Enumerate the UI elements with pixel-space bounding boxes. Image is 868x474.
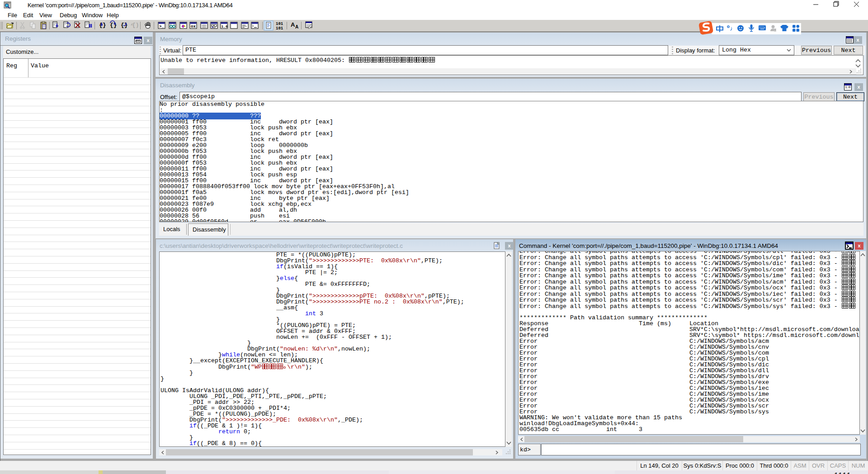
svg-text:101: 101 bbox=[276, 22, 283, 26]
svg-text:{}: {} bbox=[121, 22, 128, 28]
svg-text:{}: {} bbox=[110, 22, 117, 28]
svg-text:{}: {} bbox=[99, 22, 106, 28]
svg-text:>_: >_ bbox=[159, 24, 164, 29]
svg-text:101: 101 bbox=[276, 26, 283, 31]
svg-text:A: A bbox=[291, 21, 295, 28]
svg-text:1.0: 1.0 bbox=[222, 24, 228, 28]
svg-text:{): {) bbox=[132, 22, 139, 28]
svg-text:A: A bbox=[295, 24, 298, 29]
svg-text:ox: ox bbox=[191, 24, 196, 29]
